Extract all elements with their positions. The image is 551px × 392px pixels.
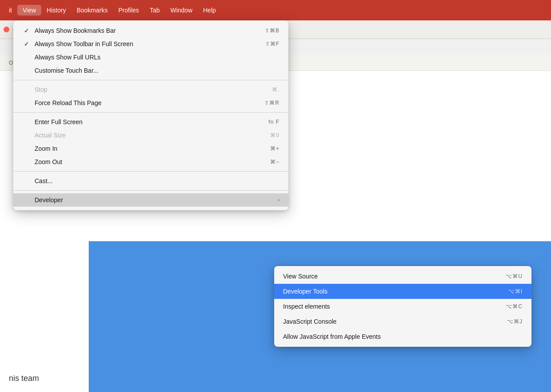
menu-stop[interactable]: Stop ⌘. xyxy=(13,83,288,96)
check-bookmarks: ✓ xyxy=(22,27,31,34)
menu-label-touch-bar: Customise Touch Bar... xyxy=(35,67,98,74)
divider-3 xyxy=(13,171,288,172)
menu-actual-size[interactable]: Actual Size ⌘0 xyxy=(13,129,288,142)
divider-2 xyxy=(13,112,288,113)
check-toolbar: ✓ xyxy=(22,40,31,47)
traffic-light-close[interactable] xyxy=(4,27,9,32)
menu-zoom-in[interactable]: Zoom In ⌘+ xyxy=(13,142,288,155)
menu-item-edit[interactable]: it xyxy=(4,5,17,16)
menu-item-bookmarks[interactable]: Bookmarks xyxy=(71,5,113,16)
menu-section-1: ✓ Always Show Bookmarks Bar ⇧⌘B ✓ Always… xyxy=(13,23,288,78)
menu-section-3: Enter Full Screen fn F Actual Size ⌘0 Zo… xyxy=(13,114,288,169)
menu-label-stop: Stop xyxy=(35,86,47,93)
menu-section-4: Cast... xyxy=(13,173,288,188)
shortcut-developer-tools: ⌥⌘I xyxy=(508,288,523,294)
menu-bar: it View History Bookmarks Profiles Tab W… xyxy=(0,0,551,20)
shortcut-zoom-in: ⌘+ xyxy=(270,145,279,152)
menu-label-cast: Cast... xyxy=(35,177,52,184)
divider-4 xyxy=(13,190,288,191)
divider-1 xyxy=(13,80,288,80)
menu-enter-full-screen[interactable]: Enter Full Screen fn F xyxy=(13,115,288,129)
shortcut-inspect-elements: ⌥⌘C xyxy=(506,303,523,310)
menu-label-force-reload: Force Reload This Page xyxy=(35,99,102,106)
developer-submenu-arrow: › xyxy=(278,197,279,203)
shortcut-toolbar: ⇧⌘F xyxy=(265,41,279,47)
submenu-label-inspect-elements: Inspect elements xyxy=(283,303,330,310)
menu-item-profiles[interactable]: Profiles xyxy=(113,5,145,16)
menu-developer[interactable]: Developer › xyxy=(13,193,288,207)
menu-always-show-urls[interactable]: Always Show Full URLs xyxy=(13,51,288,64)
menu-always-show-bookmarks[interactable]: ✓ Always Show Bookmarks Bar ⇧⌘B xyxy=(13,24,288,37)
submenu-label-allow-javascript: Allow JavaScript from Apple Events xyxy=(283,333,381,340)
shortcut-stop: ⌘. xyxy=(272,86,279,93)
shortcut-javascript-console: ⌥⌘J xyxy=(507,318,523,325)
menu-item-help[interactable]: Help xyxy=(198,5,221,16)
menu-customise-touch-bar[interactable]: Customise Touch Bar... xyxy=(13,64,288,77)
menu-label-zoom-out: Zoom Out xyxy=(35,158,62,165)
menu-zoom-out[interactable]: Zoom Out ⌘− xyxy=(13,155,288,169)
submenu-label-developer-tools: Developer Tools xyxy=(283,288,327,295)
shortcut-force-reload: ⇧⌘R xyxy=(264,100,279,106)
menu-section-developer: Developer › xyxy=(13,192,288,208)
menu-label-full-screen: Enter Full Screen xyxy=(35,118,83,125)
menu-label-toolbar: Always Show Toolbar in Full Screen xyxy=(35,40,133,47)
shortcut-zoom-out: ⌘− xyxy=(270,159,279,165)
submenu-developer-tools[interactable]: Developer Tools ⌥⌘I xyxy=(274,284,531,299)
menu-item-tab[interactable]: Tab xyxy=(144,5,165,16)
menu-label-urls: Always Show Full URLs xyxy=(35,54,101,61)
menu-cast[interactable]: Cast... xyxy=(13,174,288,188)
submenu-inspect-elements[interactable]: Inspect elements ⌥⌘C xyxy=(274,299,531,314)
menu-label-zoom-in: Zoom In xyxy=(35,145,57,152)
shortcut-actual-size: ⌘0 xyxy=(270,132,279,138)
menu-item-history[interactable]: History xyxy=(41,5,71,16)
shortcut-view-source: ⌥⌘U xyxy=(506,273,523,279)
menu-label-developer: Developer xyxy=(35,196,63,204)
submenu-javascript-console[interactable]: JavaScript Console ⌥⌘J xyxy=(274,314,531,329)
view-menu-dropdown: ✓ Always Show Bookmarks Bar ⇧⌘B ✓ Always… xyxy=(13,20,288,210)
menu-section-2: Stop ⌘. Force Reload This Page ⇧⌘R xyxy=(13,82,288,110)
submenu-label-javascript-console: JavaScript Console xyxy=(283,318,337,325)
menu-force-reload[interactable]: Force Reload This Page ⇧⌘R xyxy=(13,96,288,110)
menu-label-bookmarks: Always Show Bookmarks Bar xyxy=(35,27,116,34)
menu-item-window[interactable]: Window xyxy=(165,5,198,16)
shortcut-bookmarks: ⇧⌘B xyxy=(265,27,279,34)
submenu-view-source[interactable]: View Source ⌥⌘U xyxy=(274,269,531,284)
developer-submenu: View Source ⌥⌘U Developer Tools ⌥⌘I Insp… xyxy=(274,266,531,347)
submenu-allow-javascript[interactable]: Allow JavaScript from Apple Events xyxy=(274,329,531,344)
submenu-label-view-source: View Source xyxy=(283,273,318,280)
menu-always-show-toolbar[interactable]: ✓ Always Show Toolbar in Full Screen ⇧⌘F xyxy=(13,37,288,51)
team-text: nis team xyxy=(9,374,39,383)
menu-item-view[interactable]: View xyxy=(17,5,41,16)
menu-label-actual-size: Actual Size xyxy=(35,132,66,139)
shortcut-full-screen: fn F xyxy=(268,119,279,125)
